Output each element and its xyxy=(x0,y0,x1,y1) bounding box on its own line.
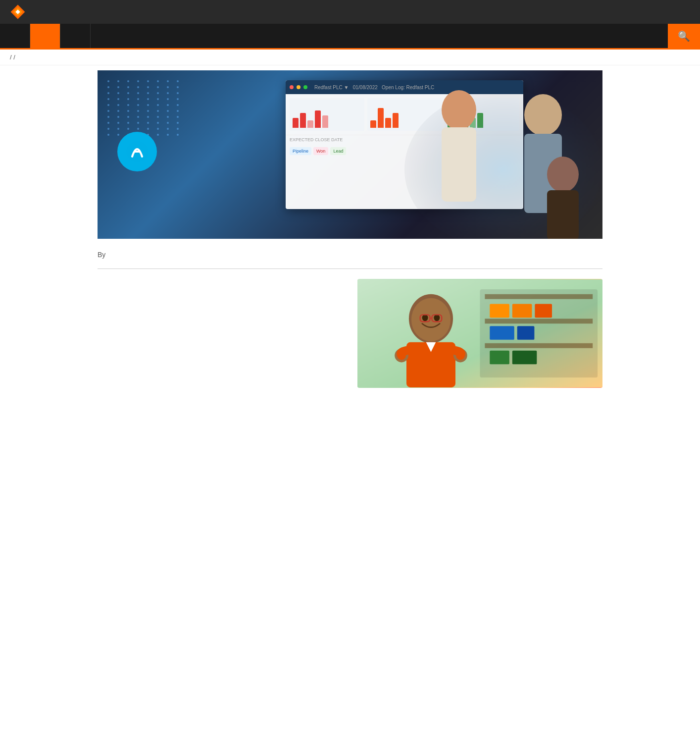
dash-tag-1: Pipeline xyxy=(290,147,311,155)
main-navigation: 🔍 xyxy=(0,24,700,50)
svg-rect-10 xyxy=(547,190,579,239)
revenue-bars xyxy=(293,103,361,128)
hero-image: // Generate dots via JS const dotContain… xyxy=(98,70,602,239)
dash-dot-red xyxy=(290,85,294,89)
nav-resources[interactable] xyxy=(60,24,91,48)
svg-rect-15 xyxy=(485,343,593,348)
two-col-section xyxy=(98,279,602,388)
search-icon: 🔍 xyxy=(678,30,690,42)
svg-point-7 xyxy=(524,94,562,136)
svg-rect-20 xyxy=(517,326,535,340)
nav-business-software[interactable] xyxy=(30,24,60,48)
logo-area[interactable] xyxy=(10,4,30,20)
article-meta: By xyxy=(98,251,602,259)
hero-brand-section xyxy=(98,112,286,197)
article-body xyxy=(98,279,602,388)
people-illustration xyxy=(355,70,602,239)
dash-dot-green xyxy=(303,85,307,89)
svg-point-24 xyxy=(411,298,450,341)
article-divider xyxy=(98,269,602,269)
svg-rect-16 xyxy=(490,304,509,318)
svg-rect-19 xyxy=(490,326,514,340)
dash-tag-3: Lead xyxy=(330,147,346,155)
svg-rect-21 xyxy=(490,351,509,365)
acumatica-logo-icon xyxy=(117,132,157,171)
col-text xyxy=(98,279,343,388)
svg-point-5 xyxy=(442,90,476,130)
svg-rect-17 xyxy=(512,304,532,318)
svg-point-9 xyxy=(547,157,579,192)
dashboard-card-revenue xyxy=(290,98,364,131)
svg-rect-14 xyxy=(485,319,593,323)
top-nav-bar xyxy=(0,0,700,24)
dash-tag-2: Won xyxy=(313,147,328,155)
hero-right-section: Redfast PLC ▼ 01/08/2022 Open Log: Redfa… xyxy=(286,70,602,239)
sourceforge-logo-icon xyxy=(10,4,26,20)
svg-rect-13 xyxy=(485,294,593,299)
breadcrumb: / / xyxy=(0,50,700,65)
nav-open-source[interactable] xyxy=(0,24,30,48)
svg-rect-22 xyxy=(512,351,537,365)
article-author-prefix: By xyxy=(98,251,105,259)
svg-rect-18 xyxy=(535,304,552,318)
col-image xyxy=(357,279,602,388)
nav-search[interactable]: 🔍 xyxy=(668,24,700,48)
dash-dot-yellow xyxy=(297,85,300,89)
warehouse-illustration xyxy=(357,279,602,388)
svg-rect-6 xyxy=(442,127,476,202)
article-container: // Generate dots via JS const dotContain… xyxy=(88,70,612,388)
